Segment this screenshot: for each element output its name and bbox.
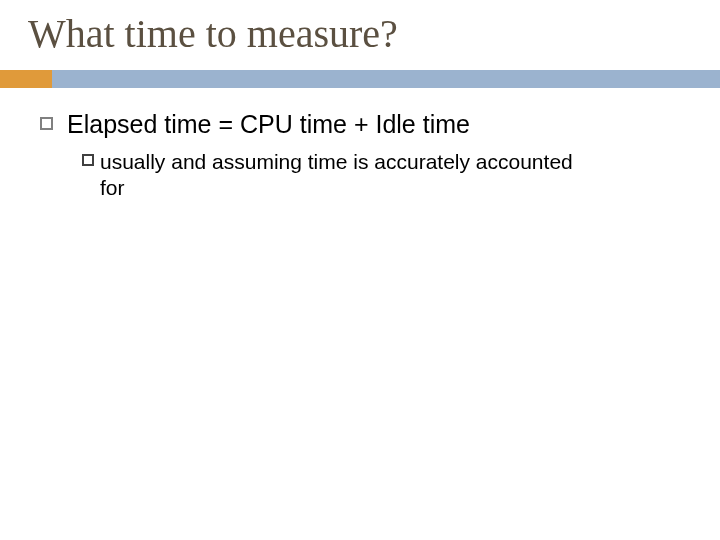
square-bullet-icon <box>40 117 53 130</box>
list-item-text: Elapsed time = CPU time + Idle time <box>67 110 470 139</box>
list-item: usually and assuming time is accurately … <box>82 149 680 202</box>
list-item: Elapsed time = CPU time + Idle time <box>40 110 680 139</box>
content-area: Elapsed time = CPU time + Idle time usua… <box>40 110 680 202</box>
rule-bar <box>52 70 720 88</box>
accent-block <box>0 70 52 88</box>
list-item-text: usually and assuming time is accurately … <box>100 149 580 202</box>
slide: What time to measure? Elapsed time = CPU… <box>0 0 720 540</box>
horizontal-rule <box>0 70 720 88</box>
slide-title: What time to measure? <box>28 10 398 57</box>
square-bullet-icon <box>82 154 94 166</box>
